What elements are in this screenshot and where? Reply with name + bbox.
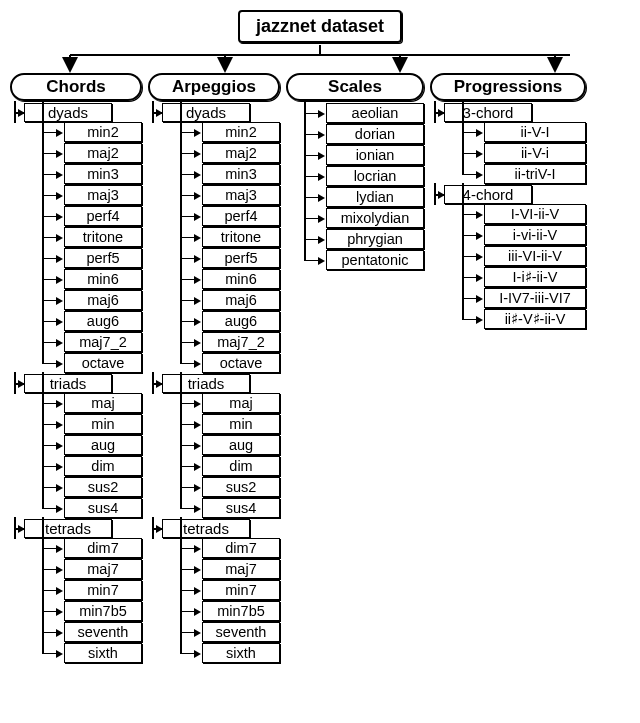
leaf-node: maj2 <box>64 143 142 163</box>
leaf-node: sus4 <box>64 498 142 518</box>
subgroup: triadsmajminaugdimsus2sus4 <box>148 374 280 519</box>
leaf-node: octave <box>64 353 142 373</box>
leaf-node: I-IV7-iii-VI7 <box>484 288 586 308</box>
arrow-icon <box>18 380 25 388</box>
leaf-node: dim <box>64 456 142 476</box>
subgroup-header: dyads <box>162 103 250 122</box>
columns-container: Chordsdyadsmin2maj2min3maj3perf4tritonep… <box>10 73 630 664</box>
subgroup: tetradsdim7maj7min7min7b5seventhsixth <box>148 519 280 664</box>
arrow-icon <box>18 109 25 117</box>
leaf-node: aug <box>202 435 280 455</box>
leaf-node: sixth <box>64 643 142 663</box>
leaf-node: sus2 <box>202 477 280 497</box>
arrow-icon <box>18 525 25 533</box>
leaf-node: ii-triV-I <box>484 164 586 184</box>
leaf-node: tritone <box>64 227 142 247</box>
leaf-node: octave <box>202 353 280 373</box>
leaf-node: maj7_2 <box>64 332 142 352</box>
leaf-node: perf4 <box>64 206 142 226</box>
leaf-node: aug6 <box>202 311 280 331</box>
leaf-node: perf5 <box>64 248 142 268</box>
leaf-node: locrian <box>326 166 424 186</box>
leaf-node: tritone <box>202 227 280 247</box>
leaf-node: ionian <box>326 145 424 165</box>
leaf-node: aeolian <box>326 103 424 123</box>
column-arpeggios: Arpeggiosdyadsmin2maj2min3maj3perf4trito… <box>148 73 280 664</box>
subgroup-header: dyads <box>24 103 112 122</box>
leaf-node: ii-V-I <box>484 122 586 142</box>
subgroup: dyadsmin2maj2min3maj3perf4tritoneperf5mi… <box>148 103 280 374</box>
leaf-node: min6 <box>64 269 142 289</box>
subgroup: 3-chordii-V-Iii-V-iii-triV-I <box>430 103 586 185</box>
leaf-node: seventh <box>202 622 280 642</box>
leaf-node: I-i♯-ii-V <box>484 267 586 287</box>
leaf-node: maj2 <box>202 143 280 163</box>
subgroup-header: tetrads <box>162 519 250 538</box>
leaf-node: maj6 <box>202 290 280 310</box>
leaf-node: aug6 <box>64 311 142 331</box>
leaf-node: min7 <box>64 580 142 600</box>
column-chords: Chordsdyadsmin2maj2min3maj3perf4tritonep… <box>10 73 142 664</box>
leaf-node: mixolydian <box>326 208 424 228</box>
leaf-node: maj <box>64 393 142 413</box>
leaf-node: dim7 <box>202 538 280 558</box>
leaf-node: maj6 <box>64 290 142 310</box>
root-node: jazznet dataset <box>238 10 402 43</box>
leaf-node: min6 <box>202 269 280 289</box>
leaf-node: sus2 <box>64 477 142 497</box>
leaf-node: ii♯-V♯-ii-V <box>484 309 586 329</box>
leaf-node: dim <box>202 456 280 476</box>
leaf-node: maj3 <box>202 185 280 205</box>
leaf-node: min <box>202 414 280 434</box>
leaf-node: min7 <box>202 580 280 600</box>
leaf-node: maj <box>202 393 280 413</box>
leaf-node: sixth <box>202 643 280 663</box>
leaf-node: ii-V-i <box>484 143 586 163</box>
leaf-node: min2 <box>64 122 142 142</box>
category-pill: Progressions <box>430 73 586 101</box>
subgroup-header: 4-chord <box>444 185 532 204</box>
subgroup: tetradsdim7maj7min7min7b5seventhsixth <box>10 519 142 664</box>
column-scales: Scalesaeoliandorianionianlocrianlydianmi… <box>286 73 424 271</box>
leaf-node: I-VI-ii-V <box>484 204 586 224</box>
leaf-node: aug <box>64 435 142 455</box>
arrow-icon <box>438 191 445 199</box>
leaf-node: iii-VI-ii-V <box>484 246 586 266</box>
leaf-node: maj7 <box>64 559 142 579</box>
subgroup: triadsmajminaugdimsus2sus4 <box>10 374 142 519</box>
leaf-node: maj3 <box>64 185 142 205</box>
leaf-node: min <box>64 414 142 434</box>
arrow-icon <box>156 109 163 117</box>
category-pill: Arpeggios <box>148 73 280 101</box>
subgroup-header: 3-chord <box>444 103 532 122</box>
leaf-node: maj7 <box>202 559 280 579</box>
subgroup: dyadsmin2maj2min3maj3perf4tritoneperf5mi… <box>10 103 142 374</box>
leaf-node: dorian <box>326 124 424 144</box>
arrow-icon <box>438 109 445 117</box>
leaf-node: lydian <box>326 187 424 207</box>
subgroup-header: tetrads <box>24 519 112 538</box>
arrow-icon <box>156 380 163 388</box>
leaf-node: phrygian <box>326 229 424 249</box>
leaf-node: seventh <box>64 622 142 642</box>
column-progressions: Progressions3-chordii-V-Iii-V-iii-triV-I… <box>430 73 586 330</box>
arrow-icon <box>156 525 163 533</box>
leaf-node: perf4 <box>202 206 280 226</box>
leaf-node: min7b5 <box>64 601 142 621</box>
root-connector <box>10 45 630 73</box>
leaf-node: pentatonic <box>326 250 424 270</box>
leaf-node: dim7 <box>64 538 142 558</box>
leaf-node: min3 <box>202 164 280 184</box>
subgroup: aeoliandorianionianlocrianlydianmixolydi… <box>286 103 424 271</box>
subgroup-header: triads <box>162 374 250 393</box>
category-pill: Scales <box>286 73 424 101</box>
category-pill: Chords <box>10 73 142 101</box>
subgroup-header: triads <box>24 374 112 393</box>
leaf-node: min3 <box>64 164 142 184</box>
leaf-node: maj7_2 <box>202 332 280 352</box>
leaf-node: sus4 <box>202 498 280 518</box>
leaf-node: perf5 <box>202 248 280 268</box>
leaf-node: min2 <box>202 122 280 142</box>
leaf-node: min7b5 <box>202 601 280 621</box>
subgroup: 4-chordI-VI-ii-Vi-vi-ii-Viii-VI-ii-VI-i♯… <box>430 185 586 330</box>
